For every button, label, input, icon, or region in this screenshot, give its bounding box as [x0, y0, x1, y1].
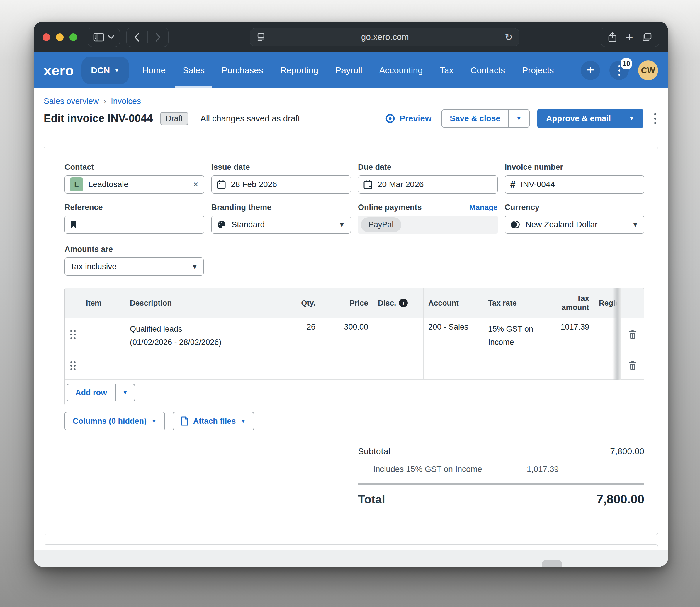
info-icon[interactable]: i: [399, 298, 408, 307]
url-text: go.xero.com: [265, 32, 505, 42]
reference-field: Reference: [64, 203, 204, 234]
clear-contact-icon[interactable]: ✕: [193, 181, 198, 189]
share-icon[interactable]: [608, 32, 617, 43]
palette-icon: [217, 220, 226, 229]
cell-qty[interactable]: [279, 356, 320, 380]
org-switcher[interactable]: DCN ▼: [82, 57, 129, 84]
attach-files-button[interactable]: Attach files ▼: [173, 412, 254, 431]
issue-date-input[interactable]: 28 Feb 2026: [211, 175, 351, 193]
nav-item-reporting[interactable]: Reporting: [272, 53, 327, 88]
org-name: DCN: [91, 65, 110, 75]
nav-item-contacts[interactable]: Contacts: [462, 53, 513, 88]
notifications-badge: 10: [620, 58, 632, 69]
cell-tax-amount[interactable]: 1017.39: [547, 318, 594, 356]
nav-item-sales[interactable]: Sales: [174, 53, 213, 88]
amounts-are-select[interactable]: Tax inclusive ▼: [64, 257, 204, 276]
back-button[interactable]: [127, 28, 147, 47]
calendar-icon: [363, 180, 372, 189]
paypal-pill[interactable]: PayPal: [361, 217, 401, 232]
nav-item-home[interactable]: Home: [134, 53, 174, 88]
manage-payments-link[interactable]: Manage: [469, 203, 498, 212]
totals-divider: [358, 483, 644, 485]
sidebar-toggle-button[interactable]: [88, 27, 120, 47]
invoice-number-label: Invoice number: [505, 163, 644, 172]
window-controls: [43, 34, 77, 41]
row-drag-handle[interactable]: [65, 318, 81, 356]
invoice-number-input[interactable]: # INV-0044: [505, 175, 644, 193]
preview-button[interactable]: Preview: [385, 113, 432, 124]
zoom-button[interactable]: [69, 34, 77, 41]
delete-row-button[interactable]: [621, 318, 644, 356]
avatar[interactable]: CW: [638, 60, 658, 80]
tabs-overview-icon[interactable]: [642, 33, 652, 42]
trash-icon: [629, 361, 637, 371]
cell-tax-rate[interactable]: [483, 356, 547, 380]
cell-item[interactable]: [81, 356, 125, 380]
forward-button[interactable]: [148, 28, 168, 47]
nav-item-accounting[interactable]: Accounting: [371, 53, 431, 88]
totals-section: Subtotal 7,800.00 Includes 15% GST on In…: [358, 446, 644, 516]
cell-tax-rate[interactable]: 15% GST on Income: [483, 318, 547, 356]
cell-region[interactable]: [594, 356, 621, 380]
cell-price[interactable]: [320, 356, 373, 380]
breadcrumb-separator-icon: ›: [104, 97, 106, 106]
row-drag-handle[interactable]: [65, 356, 81, 380]
floating-widget-peek[interactable]: [542, 560, 562, 567]
save-close-button[interactable]: Save & close: [442, 110, 508, 127]
contact-field: Contact L Leadtosale ✕: [64, 163, 204, 193]
reload-icon[interactable]: ↻: [505, 32, 513, 43]
cell-price[interactable]: 300.00: [320, 318, 373, 356]
cell-account[interactable]: [424, 356, 483, 380]
xero-logo[interactable]: xero: [44, 62, 74, 79]
page-format-icon[interactable]: [256, 33, 265, 42]
reference-input[interactable]: [64, 215, 204, 234]
add-row-options-dropdown[interactable]: ▼: [115, 384, 134, 401]
due-date-input[interactable]: 20 Mar 2026: [358, 175, 498, 193]
cell-disc[interactable]: [373, 318, 424, 356]
quick-add-button[interactable]: +: [581, 61, 600, 80]
breadcrumb-invoices[interactable]: Invoices: [111, 97, 141, 106]
cell-disc[interactable]: [373, 356, 424, 380]
cell-account[interactable]: 200 - Sales: [424, 318, 483, 356]
cell-description[interactable]: Qualified leads (01/02/2026 - 28/02/2026…: [125, 318, 279, 356]
invoice-form-card: Contact L Leadtosale ✕ Issue date 28 Feb…: [44, 147, 658, 535]
more-actions-button[interactable]: [653, 111, 658, 126]
chevron-down-icon: ▼: [114, 67, 120, 74]
columns-button[interactable]: Columns (0 hidden) ▼: [64, 412, 165, 431]
new-tab-icon[interactable]: +: [625, 31, 633, 44]
nav-item-purchases[interactable]: Purchases: [213, 53, 272, 88]
chevron-down-icon: ▼: [240, 418, 246, 424]
nav-item-payroll[interactable]: Payroll: [327, 53, 371, 88]
drag-handle-icon: [70, 361, 76, 370]
currency-select[interactable]: New Zealand Dollar ▼: [505, 215, 644, 234]
total-value: 7,800.00: [596, 493, 644, 506]
cell-qty[interactable]: 26: [279, 318, 320, 356]
contact-input[interactable]: L Leadtosale ✕: [64, 175, 204, 193]
cell-tax-amount[interactable]: [547, 356, 594, 380]
online-payments-label-row: Online payments Manage: [358, 203, 498, 212]
cell-item[interactable]: [81, 318, 125, 356]
minimize-button[interactable]: [56, 34, 64, 41]
forward-chevron-icon: [155, 33, 161, 42]
delete-row-button[interactable]: [621, 356, 644, 380]
add-row-button[interactable]: Add row: [67, 384, 115, 401]
branding-theme-select[interactable]: Standard ▼: [211, 215, 351, 234]
notifications-menu-button[interactable]: 10: [610, 61, 629, 80]
currency-field: Currency New Zealand Dollar ▼: [505, 203, 644, 234]
address-bar[interactable]: go.xero.com ↻: [250, 28, 519, 46]
chevron-down-icon: ▼: [151, 418, 157, 424]
breadcrumb-sales-overview[interactable]: Sales overview: [44, 97, 99, 106]
save-options-dropdown[interactable]: ▼: [508, 110, 529, 127]
browser-titlebar: go.xero.com ↻ +: [34, 22, 668, 53]
nav-item-tax[interactable]: Tax: [431, 53, 462, 88]
approve-options-dropdown[interactable]: ▼: [620, 109, 643, 128]
approve-email-button[interactable]: Approve & email: [537, 109, 620, 128]
column-header-disc: Disc.i: [373, 288, 424, 318]
online-payments-field: Online payments Manage PayPal: [358, 203, 498, 234]
chevron-down-icon: [108, 35, 114, 39]
column-header-actions: [621, 288, 644, 318]
nav-item-projects[interactable]: Projects: [513, 53, 562, 88]
cell-region[interactable]: [594, 318, 621, 356]
cell-description[interactable]: [125, 356, 279, 380]
close-button[interactable]: [43, 34, 50, 41]
